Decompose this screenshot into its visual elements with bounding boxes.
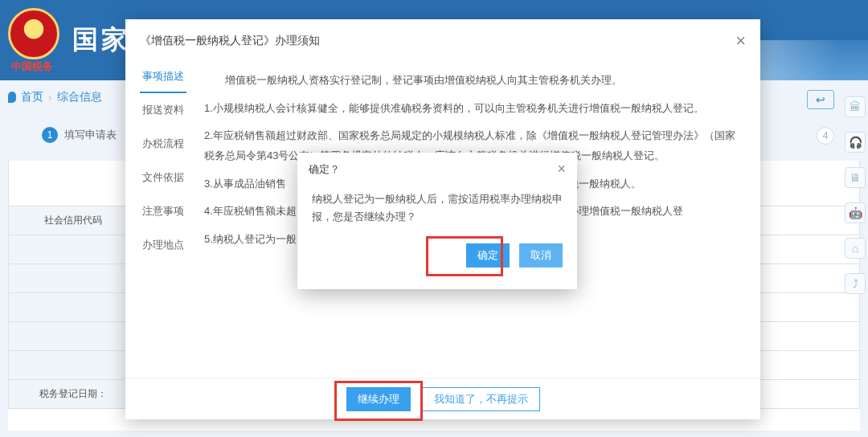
pin-icon (8, 92, 16, 103)
confirm-title: 确定？ (309, 162, 340, 177)
continue-button[interactable]: 继续办理 (346, 387, 411, 411)
confirm-cancel-button[interactable]: 取消 (519, 243, 563, 268)
modal-title: 《增值税一般纳税人登记》办理须知 (140, 34, 320, 48)
step-label: 填写申请表 (64, 128, 117, 142)
confirm-body: 纳税人登记为一般纳税人后，需按适用税率办理纳税申报，您是否继续办理？ (297, 181, 577, 235)
confirm-close-icon[interactable]: × (557, 161, 566, 178)
back-button[interactable]: ↩ (807, 90, 834, 109)
label-credit-code: 社会信用代码 (9, 206, 137, 235)
logo-emblem (8, 8, 59, 59)
app-title: 国家 (72, 22, 130, 58)
acknowledge-button[interactable]: 我知道了，不再提示 (422, 387, 540, 411)
modal-p2: 1.小规模纳税人会计核算健全，能够提供准确税务资料的，可以向主管税务机关进行增值… (204, 99, 736, 119)
tab-location[interactable]: 办理地点 (125, 228, 201, 262)
modal-p1: 增值税一般纳税人资格实行登记制，登记事项由增值税纳税人向其主管税务机关办理。 (204, 71, 736, 91)
modal-footer: 继续办理 我知道了，不再提示 (125, 378, 760, 419)
tool-icon-6[interactable]: ⤴ (845, 273, 866, 294)
label-tax-date: 税务登记日期： (9, 379, 137, 408)
breadcrumb: 首页 › 综合信息 (8, 90, 102, 104)
tool-icon-1[interactable]: 🏛 (845, 96, 866, 117)
tab-materials[interactable]: 报送资料 (125, 93, 201, 127)
modal-header: 《增值税一般纳税人登记》办理须知 × (125, 19, 760, 59)
tab-notes[interactable]: 注意事项 (125, 194, 201, 228)
breadcrumb-category[interactable]: 综合信息 (57, 90, 102, 104)
modal-tabs: 事项描述 报送资料 办税流程 文件依据 注意事项 办理地点 (125, 59, 201, 378)
confirm-ok-button[interactable]: 确定 (466, 243, 510, 268)
tool-icon-4[interactable]: 🤖 (845, 202, 866, 223)
tab-process[interactable]: 办税流程 (125, 127, 201, 161)
breadcrumb-home[interactable]: 首页 (21, 90, 43, 104)
right-toolbar: 🏛 🎧 🖥 🤖 ⌂ ⤴ (842, 87, 868, 437)
step-indicator: 1 填写申请表 (42, 127, 117, 143)
logo-subtext: 中国税务 (11, 59, 53, 74)
step-badge: 4 (817, 127, 834, 145)
close-icon[interactable]: × (735, 31, 746, 51)
step-number: 1 (42, 127, 58, 143)
tool-icon-5[interactable]: ⌂ (845, 238, 866, 259)
tool-icon-3[interactable]: 🖥 (845, 167, 866, 188)
tab-docs[interactable]: 文件依据 (125, 161, 201, 194)
confirm-dialog: 确定？ × 纳税人登记为一般纳税人后，需按适用税率办理纳税申报，您是否继续办理？… (297, 153, 577, 289)
tool-icon-2[interactable]: 🎧 (845, 132, 866, 153)
tab-desc[interactable]: 事项描述 (125, 59, 201, 93)
